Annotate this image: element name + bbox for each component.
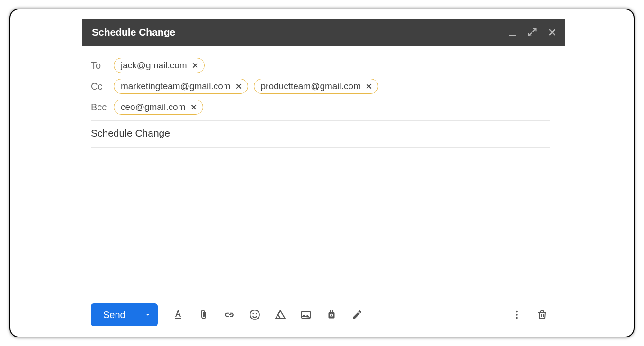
header-controls: [508, 27, 557, 37]
bcc-chips: ceo@gmail.com: [114, 100, 203, 115]
svg-point-2: [250, 310, 259, 319]
svg-point-3: [252, 313, 254, 315]
confidential-mode-icon[interactable]: [325, 309, 338, 321]
compose-title: Schedule Change: [92, 27, 508, 38]
remove-chip-icon[interactable]: [191, 61, 199, 70]
to-row[interactable]: To jack@gmail.com: [91, 55, 550, 76]
divider: [91, 147, 550, 148]
compose-header: Schedule Change: [82, 19, 565, 46]
remove-chip-icon[interactable]: [234, 82, 243, 91]
more-options-icon[interactable]: [510, 309, 523, 321]
compose-fields: To jack@gmail.com Cc marketingteam@gmail…: [91, 55, 550, 148]
svg-point-8: [516, 317, 518, 319]
recipient-chip[interactable]: productteam@gmail.com: [254, 79, 378, 94]
svg-point-4: [256, 313, 257, 315]
drive-icon[interactable]: [274, 309, 286, 321]
minimize-icon[interactable]: [508, 27, 517, 37]
insert-link-icon[interactable]: [223, 309, 235, 321]
recipient-chip[interactable]: ceo@gmail.com: [114, 100, 203, 115]
cc-chips: marketingteam@gmail.com productteam@gmai…: [114, 79, 378, 94]
remove-chip-icon[interactable]: [365, 82, 373, 91]
send-button[interactable]: Send: [91, 303, 138, 326]
bcc-row[interactable]: Bcc ceo@gmail.com: [91, 97, 550, 118]
cc-row[interactable]: Cc marketingteam@gmail.com productteam@g…: [91, 76, 550, 97]
expand-icon[interactable]: [528, 27, 537, 37]
attach-file-icon[interactable]: [197, 309, 210, 321]
format-tools: [172, 309, 363, 321]
chip-text: productteam@gmail.com: [261, 81, 361, 91]
cc-label: Cc: [91, 81, 109, 92]
send-button-group: Send: [91, 303, 158, 326]
recipient-chip[interactable]: jack@gmail.com: [114, 58, 205, 73]
trash-icon[interactable]: [536, 309, 548, 321]
chip-text: ceo@gmail.com: [121, 102, 186, 112]
close-icon[interactable]: [547, 27, 557, 37]
chip-text: marketingteam@gmail.com: [121, 81, 231, 91]
recipient-chip[interactable]: marketingteam@gmail.com: [114, 79, 248, 94]
svg-rect-1: [175, 318, 181, 319]
subject-input[interactable]: Schedule Change: [91, 121, 550, 145]
compose-toolbar: Send: [91, 303, 550, 326]
compose-window: Schedule Change To jack@gmail.com: [9, 9, 635, 337]
bcc-label: Bcc: [91, 102, 109, 113]
svg-rect-0: [509, 35, 516, 36]
insert-photo-icon[interactable]: [300, 309, 312, 321]
to-chips: jack@gmail.com: [114, 58, 205, 73]
pen-icon[interactable]: [351, 309, 363, 321]
text-format-icon[interactable]: [172, 309, 184, 321]
svg-point-6: [516, 311, 518, 313]
chip-text: jack@gmail.com: [121, 60, 187, 71]
to-label: To: [91, 60, 109, 71]
svg-point-7: [516, 314, 518, 316]
send-options-button[interactable]: [138, 303, 158, 326]
toolbar-right: [510, 309, 550, 321]
emoji-icon[interactable]: [249, 309, 261, 321]
remove-chip-icon[interactable]: [189, 103, 198, 111]
